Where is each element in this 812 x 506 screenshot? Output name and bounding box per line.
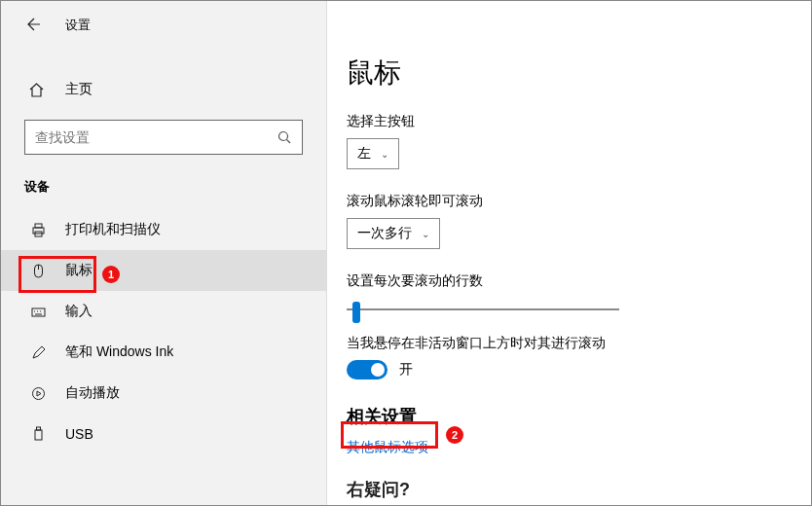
other-mouse-options-link[interactable]: 其他鼠标选项 (347, 439, 428, 454)
toggle-state-label: 开 (399, 361, 413, 379)
svg-point-16 (32, 387, 44, 399)
usb-icon (28, 425, 48, 442)
settings-window: 设置 主页 设备 打印机和扫描仪 鼠标 输入 (0, 0, 812, 506)
section-label: 设备 (1, 172, 326, 209)
content-pane: 鼠标 选择主按钮 左 ⌄ 滚动鼠标滚轮即可滚动 一次多行 ⌄ 设置每次要滚动的行… (327, 1, 811, 505)
svg-rect-11 (32, 308, 45, 316)
svg-point-4 (279, 131, 288, 140)
home-icon (28, 82, 48, 98)
sidebar-item-typing[interactable]: 输入 (1, 291, 326, 332)
search-field[interactable] (35, 129, 277, 145)
sidebar-item-label: 输入 (65, 303, 92, 320)
select-value: 一次多行 (357, 225, 412, 242)
chevron-down-icon: ⌄ (422, 229, 429, 239)
cutoff-text: 右疑问? (347, 478, 410, 501)
toggle-knob (371, 363, 385, 377)
lines-label: 设置每次要滚动的行数 (347, 272, 792, 290)
primary-button-select[interactable]: 左 ⌄ (347, 138, 399, 169)
scroll-mode-select[interactable]: 一次多行 ⌄ (347, 218, 440, 249)
keyboard-icon (28, 304, 48, 320)
back-button[interactable] (13, 5, 52, 44)
sidebar-item-usb[interactable]: USB (1, 414, 326, 453)
home-label: 主页 (65, 81, 92, 98)
hover-scroll-toggle[interactable] (347, 360, 388, 380)
slider-thumb[interactable] (352, 302, 360, 323)
search-icon (277, 130, 292, 145)
mouse-icon (28, 263, 48, 279)
autoplay-icon (28, 385, 48, 402)
sidebar-item-printers[interactable]: 打印机和扫描仪 (1, 209, 326, 250)
app-title: 设置 (65, 17, 91, 34)
sidebar-item-label: 笔和 Windows Ink (65, 343, 173, 361)
home-nav[interactable]: 主页 (1, 71, 326, 108)
left-pane: 设置 主页 设备 打印机和扫描仪 鼠标 输入 (1, 1, 327, 505)
sidebar-item-label: 自动播放 (65, 384, 120, 402)
annotation-badge-2: 2 (446, 426, 463, 444)
sidebar-item-label: 鼠标 (65, 262, 92, 279)
search-input[interactable] (24, 120, 303, 155)
related-settings-title: 相关设置 (347, 405, 792, 428)
pen-icon (28, 344, 48, 361)
sidebar-item-label: 打印机和扫描仪 (65, 221, 161, 238)
sidebar-item-label: USB (65, 426, 93, 442)
annotation-badge-1: 1 (102, 266, 120, 283)
scroll-mode-label: 滚动鼠标滚轮即可滚动 (347, 193, 792, 210)
primary-button-label: 选择主按钮 (347, 113, 792, 130)
lines-slider[interactable] (347, 302, 619, 317)
select-value: 左 (357, 145, 371, 163)
sidebar-item-pen[interactable]: 笔和 Windows Ink (1, 332, 326, 373)
svg-rect-7 (35, 224, 42, 228)
svg-rect-18 (36, 427, 40, 430)
sidebar-item-autoplay[interactable]: 自动播放 (1, 373, 326, 414)
sidebar-item-mouse[interactable]: 鼠标 (1, 250, 326, 291)
hover-scroll-label: 当我悬停在非活动窗口上方时对其进行滚动 (347, 335, 792, 352)
svg-line-5 (287, 139, 291, 143)
printer-icon (28, 222, 48, 238)
page-title: 鼠标 (347, 54, 792, 91)
slider-track (347, 308, 619, 310)
chevron-down-icon: ⌄ (381, 149, 388, 160)
svg-rect-17 (35, 430, 42, 440)
